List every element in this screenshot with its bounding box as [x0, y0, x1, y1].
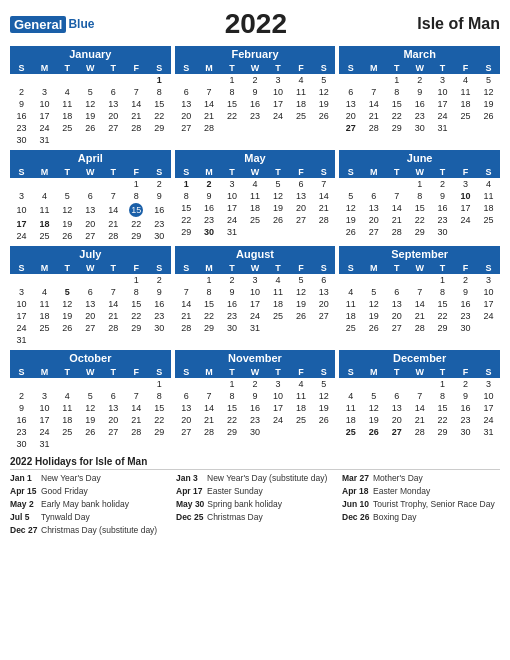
calendar-day: 26 [266, 214, 289, 226]
calendar-day: 7 [125, 390, 148, 402]
calendar-day: 6 [79, 286, 102, 298]
day-header: S [175, 166, 198, 178]
calendar-day: 24 [33, 122, 56, 134]
month-table: SMTWTFS123456789101112131415161718192021… [10, 262, 171, 346]
calendar-day: 5 [362, 286, 385, 298]
month-table: SMTWTFS123456789101112131415161718192021… [175, 166, 336, 238]
day-header: W [244, 262, 267, 274]
calendar-day: 28 [362, 122, 385, 134]
day-header: T [102, 62, 125, 74]
calendar-day: 27 [312, 310, 335, 322]
day-header: M [198, 166, 221, 178]
calendar-day: 3 [244, 274, 267, 286]
calendar-day: 30 [10, 438, 33, 450]
calendar-day: 8 [221, 390, 244, 402]
calendar-day: 26 [79, 122, 102, 134]
calendar-day: 24 [454, 214, 477, 226]
day-header: M [198, 366, 221, 378]
calendar-day: 24 [266, 110, 289, 122]
month-table: SMTWTFS123456789101112131415161718192021… [175, 262, 336, 334]
calendar-day: 21 [102, 310, 125, 322]
calendar-day: 12 [56, 298, 79, 310]
calendar-day [385, 178, 408, 190]
calendar-day: 27 [175, 426, 198, 438]
calendar-day: 9 [10, 98, 33, 110]
month-table: SMTWTFS123456789101112131415161718192021… [339, 366, 500, 438]
calendar-day: 21 [198, 414, 221, 426]
calendar-day: 29 [125, 230, 148, 242]
calendar-day [125, 438, 148, 450]
calendar-day: 29 [431, 426, 454, 438]
calendar-day: 6 [385, 286, 408, 298]
calendar-day: 2 [431, 178, 454, 190]
month-block-february: FebruarySMTWTFS1234567891011121314151617… [175, 46, 336, 146]
calendar-day: 11 [266, 286, 289, 298]
calendar-day [477, 226, 500, 238]
day-header: F [454, 366, 477, 378]
day-header: T [56, 366, 79, 378]
calendar-day: 24 [221, 214, 244, 226]
day-header: W [79, 262, 102, 274]
calendar-day: 12 [477, 86, 500, 98]
calendar-day: 16 [431, 202, 454, 214]
calendar-day: 1 [125, 274, 148, 286]
holiday-name: Christmas Day [207, 512, 263, 524]
calendar-day: 2 [148, 274, 171, 286]
calendar-day: 14 [408, 402, 431, 414]
calendar-day: 30 [148, 322, 171, 334]
calendar-day: 3 [33, 86, 56, 98]
calendar-day: 2 [408, 74, 431, 86]
holidays-grid: Jan 1New Year's DayJan 3New Year's Day (… [10, 473, 500, 536]
calendar-day: 20 [362, 214, 385, 226]
day-header: S [339, 262, 362, 274]
calendar-day: 2 [10, 86, 33, 98]
calendar-day: 20 [339, 110, 362, 122]
calendar-day [175, 74, 198, 86]
holiday-date: Dec 26 [342, 512, 370, 524]
calendar-day [312, 226, 335, 238]
calendar-day: 15 [221, 98, 244, 110]
calendar-day: 28 [198, 426, 221, 438]
calendar-day: 20 [79, 310, 102, 322]
day-header: T [431, 166, 454, 178]
calendar-day: 10 [221, 190, 244, 202]
day-header: S [312, 166, 335, 178]
calendar-day: 18 [33, 310, 56, 322]
calendar-day: 8 [198, 286, 221, 298]
month-name: March [339, 46, 500, 62]
calendar-day: 5 [289, 274, 312, 286]
calendar-day: 18 [244, 202, 267, 214]
calendar-day: 1 [221, 74, 244, 86]
day-header: S [148, 166, 171, 178]
calendar-day: 29 [408, 226, 431, 238]
day-header: W [408, 366, 431, 378]
calendar-day: 13 [102, 402, 125, 414]
calendar-day: 1 [431, 378, 454, 390]
month-table: SMTWTFS123456789101112131415161718192021… [339, 62, 500, 134]
calendar-day: 21 [198, 110, 221, 122]
calendar-day [33, 274, 56, 286]
calendar-day: 2 [221, 274, 244, 286]
calendar-day [289, 322, 312, 334]
calendar-day: 26 [56, 322, 79, 334]
day-header: S [477, 262, 500, 274]
calendar-day: 11 [339, 402, 362, 414]
day-header: W [244, 366, 267, 378]
calendar-day: 8 [431, 286, 454, 298]
calendar-day: 7 [102, 286, 125, 298]
calendar-day: 28 [125, 122, 148, 134]
calendar-day: 1 [148, 378, 171, 390]
calendar-day: 12 [79, 402, 102, 414]
month-table: SMTWTFS123456789101112131415161718192021… [10, 366, 171, 450]
calendar-day: 21 [362, 110, 385, 122]
calendar-day: 3 [221, 178, 244, 190]
calendar-day: 25 [454, 110, 477, 122]
day-header: T [266, 366, 289, 378]
calendar-day: 15 [221, 402, 244, 414]
calendar-day [477, 322, 500, 334]
calendar-day: 27 [79, 230, 102, 242]
calendar-day: 25 [266, 310, 289, 322]
holiday-name: New Year's Day [41, 473, 101, 485]
calendar-day: 9 [10, 402, 33, 414]
month-name: May [175, 150, 336, 166]
